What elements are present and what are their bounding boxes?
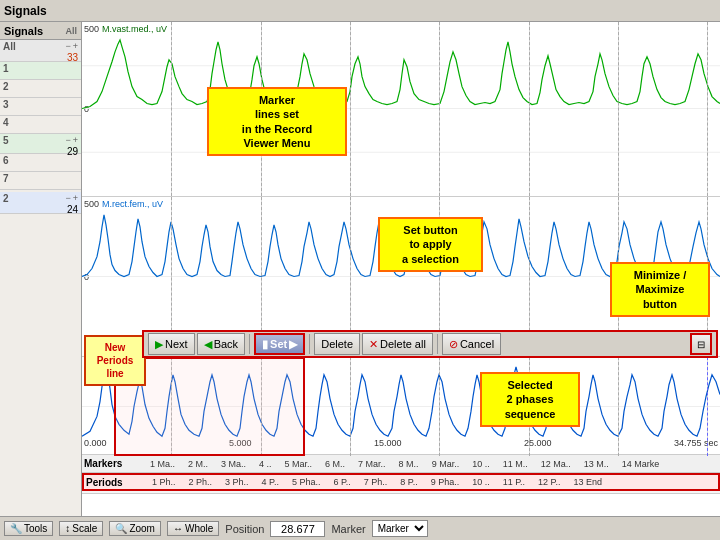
periods-label: Periods (86, 477, 136, 488)
signal-5-minus[interactable]: − (65, 136, 70, 145)
top-bar: Signals (0, 0, 720, 22)
signal-7-num: 7 (3, 173, 13, 184)
marker-2: 2 M.. (188, 459, 208, 469)
period-6: 6 P.. (333, 477, 350, 487)
tools-button[interactable]: 🔧 Tools (4, 521, 53, 536)
scale-button[interactable]: ↕ Scale (59, 521, 103, 536)
set-button[interactable]: ▮ Set ▶ (254, 333, 305, 355)
annotation-new-periods: NewPeriodsline (84, 335, 146, 386)
time-end: 34.755 sec (674, 438, 718, 454)
cancel-label: Cancel (460, 338, 494, 350)
content-area: Signals All All − + 33 1 (0, 22, 720, 516)
marker-6: 6 M.. (325, 459, 345, 469)
marker-14: 14 Marke (622, 459, 660, 469)
control-bar: ▶ Next ◀ Back ▮ Set ▶ Delete ✕ (142, 330, 718, 358)
delete-all-label: Delete all (380, 338, 426, 350)
signal-1-num: 1 (3, 63, 13, 74)
signals-label: Signals (4, 25, 43, 37)
signal-all-minus[interactable]: − (65, 42, 70, 51)
sep2 (309, 334, 310, 354)
chart-svg-1 (82, 22, 720, 196)
zoom-icon: 🔍 (115, 523, 127, 534)
marker-label: Marker (331, 523, 365, 535)
delete-button[interactable]: Delete (314, 333, 360, 355)
position-label: Position (225, 523, 264, 535)
minimize-maximize-button[interactable]: ⊟ (690, 333, 712, 355)
signal-4-num: 4 (3, 117, 13, 128)
next-button[interactable]: ▶ Next (148, 333, 195, 355)
chart-signal-1: 500 M.vast.med., uV 0 (82, 22, 720, 197)
period-12: 12 P.. (538, 477, 560, 487)
cancel-button[interactable]: ⊘ Cancel (442, 333, 501, 355)
delete-all-icon: ✕ (369, 338, 378, 351)
period-3: 3 Ph.. (225, 477, 249, 487)
signal-all-num: All (3, 41, 16, 52)
signals-panel: Signals All All − + 33 1 (0, 22, 82, 516)
signal-item-6: 6 (0, 154, 81, 172)
next-icon: ▶ (155, 338, 163, 351)
signal-6-num: 6 (3, 155, 13, 166)
signal-2b-value: 24 (3, 204, 78, 215)
periods-row: Periods 1 Ph.. 2 Ph.. 3 Ph.. 4 P.. 5 Pha… (82, 473, 720, 491)
signal-2b-minus[interactable]: − (65, 194, 70, 203)
position-value: 28.677 (270, 521, 325, 537)
scale-label: Scale (72, 523, 97, 534)
marker-8: 8 M.. (399, 459, 419, 469)
delete-label: Delete (321, 338, 353, 350)
period-1: 1 Ph.. (152, 477, 176, 487)
signal-item-1: 1 (0, 62, 81, 80)
annotation-minimize-text: Minimize /Maximizebutton (634, 269, 687, 310)
annotation-new-periods-text: NewPeriodsline (97, 342, 134, 379)
marker-select[interactable]: Marker (372, 520, 428, 537)
whole-label: Whole (185, 523, 213, 534)
delete-all-button[interactable]: ✕ Delete all (362, 333, 433, 355)
back-button[interactable]: ◀ Back (197, 333, 245, 355)
whole-icon: ↔ (173, 523, 183, 534)
next-label: Next (165, 338, 188, 350)
tools-icon: 🔧 (10, 523, 22, 534)
marker-3: 3 Ma.. (221, 459, 246, 469)
time-0: 0.000 (84, 438, 107, 454)
signal-2b-num: 2 (3, 193, 13, 204)
signal-item-4: 4 (0, 116, 81, 134)
marker-10: 10 .. (472, 459, 490, 469)
period-11: 11 P.. (503, 477, 525, 487)
signal-2b-plus[interactable]: + (73, 194, 78, 203)
main-container: Signals Signals All All − + 33 (0, 0, 720, 540)
set-icon: ▮ (262, 338, 268, 351)
signal-item-7: 7 (0, 172, 81, 190)
markers-label: Markers (84, 458, 134, 469)
signal-all-plus[interactable]: + (73, 42, 78, 51)
signal-2-num: 2 (3, 81, 13, 92)
annotation-marker-lines-text: Markerlines setin the RecordViewer Menu (242, 94, 312, 149)
signal-5-plus[interactable]: + (73, 136, 78, 145)
chart-area: 500 M.vast.med., uV 0 (82, 22, 720, 516)
marker-5: 5 Mar.. (285, 459, 313, 469)
signal-3-num: 3 (3, 99, 13, 110)
annotation-selected-phases-text: Selected2 phasessequence (505, 379, 556, 420)
signal-item-5: 5 − + 29 (0, 134, 81, 154)
app-title: Signals (4, 4, 47, 18)
cancel-icon: ⊘ (449, 338, 458, 351)
signal-item-all: All − + 33 (0, 40, 81, 62)
markers-row: Markers 1 Ma.. 2 M.. 3 Ma.. 4 .. 5 Mar..… (82, 455, 720, 473)
marker-9: 9 Mar.. (432, 459, 460, 469)
period-4: 4 P.. (262, 477, 279, 487)
whole-button[interactable]: ↔ Whole (167, 521, 219, 536)
signal-item-2b: 2 − + 24 (0, 192, 81, 214)
markers-list: 1 Ma.. 2 M.. 3 Ma.. 4 .. 5 Mar.. 6 M.. 7… (150, 459, 667, 469)
periods-list: 1 Ph.. 2 Ph.. 3 Ph.. 4 P.. 5 Pha.. 6 P..… (152, 477, 610, 487)
period-9: 9 Pha.. (431, 477, 460, 487)
sep3 (437, 334, 438, 354)
zoom-button[interactable]: 🔍 Zoom (109, 521, 161, 536)
annotation-selected-phases: Selected2 phasessequence (480, 372, 580, 427)
scale-icon: ↕ (65, 523, 70, 534)
annotation-minimize: Minimize /Maximizebutton (610, 262, 710, 317)
period-7: 7 Ph.. (364, 477, 388, 487)
back-icon: ◀ (204, 338, 212, 351)
annotation-set-button: Set buttonto applya selection (378, 217, 483, 272)
signals-header: Signals All (0, 22, 81, 40)
period-8: 8 P.. (400, 477, 417, 487)
timeline-area: Markers 1 Ma.. 2 M.. 3 Ma.. 4 .. 5 Mar..… (82, 454, 720, 494)
marker-13: 13 M.. (584, 459, 609, 469)
